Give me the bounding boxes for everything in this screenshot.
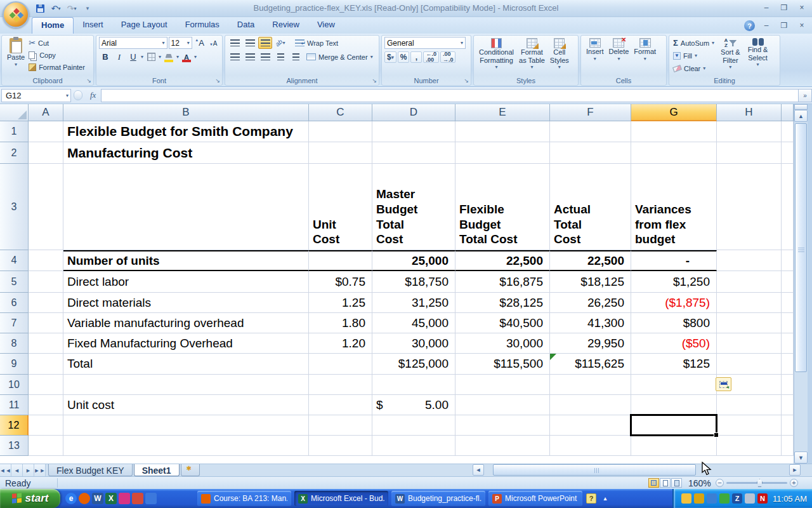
conditional-formatting-button[interactable]: Conditional Formatting▾: [476, 37, 516, 76]
cell-A13[interactable]: [29, 436, 63, 456]
cell-E2[interactable]: [455, 142, 550, 164]
cell-D7[interactable]: 45,000: [372, 313, 455, 333]
cell-C13[interactable]: [309, 436, 372, 456]
page-layout-view-button[interactable]: [660, 478, 671, 488]
clear-button[interactable]: Clear▾: [672, 62, 716, 74]
column-header-H[interactable]: H: [717, 104, 782, 121]
cell-styles-button[interactable]: Cell Styles▾: [547, 37, 572, 76]
borders-button[interactable]: [145, 51, 157, 63]
cell-C12[interactable]: [309, 415, 372, 436]
font-dialog-launcher[interactable]: ↘: [215, 77, 220, 84]
tab-page-layout[interactable]: Page Layout: [112, 17, 176, 34]
cell-E9[interactable]: $115,500: [455, 354, 550, 375]
novell-icon[interactable]: N: [757, 493, 768, 504]
restore-button[interactable]: ❒: [778, 3, 790, 13]
row-header-13[interactable]: 13: [0, 436, 29, 456]
cell-C4[interactable]: [309, 250, 372, 271]
cell-E3[interactable]: Flexible Budget Total Cost: [455, 164, 550, 250]
cell-F11[interactable]: [550, 395, 631, 415]
cell-G2[interactable]: [631, 142, 717, 164]
cell-G4[interactable]: -: [631, 250, 717, 271]
name-box[interactable]: G12▾: [1, 89, 71, 102]
zoom-in-button[interactable]: +: [790, 479, 798, 487]
insert-worksheet-tab[interactable]: [181, 464, 200, 476]
cell-A2[interactable]: [29, 142, 63, 164]
cell-C6[interactable]: 1.25: [309, 293, 372, 313]
cell-partial-4[interactable]: [782, 250, 794, 271]
cell-G8[interactable]: ($50): [631, 333, 717, 354]
row-header-10[interactable]: 10: [0, 375, 29, 395]
next-sheet-button[interactable]: ►: [23, 464, 34, 476]
merge-center-button[interactable]: Merge & Center▾: [305, 51, 374, 63]
messenger-icon[interactable]: [145, 493, 157, 504]
cell-D5[interactable]: $18,750: [372, 271, 455, 293]
column-header-F[interactable]: F: [550, 104, 631, 121]
row-header-6[interactable]: 6: [0, 293, 29, 313]
excel-icon[interactable]: X: [105, 493, 117, 504]
cell-F8[interactable]: 29,950: [550, 333, 631, 354]
cell-B5[interactable]: Direct labor: [63, 271, 309, 293]
cell-partial-10[interactable]: [782, 375, 794, 395]
cell-B6[interactable]: Direct materials: [63, 293, 309, 313]
formula-bar-splitter[interactable]: [74, 90, 82, 100]
cell-D3[interactable]: Master Budget Total Cost: [372, 164, 455, 250]
insert-cells-button[interactable]: Insert▾: [584, 37, 606, 76]
zoom-out-button[interactable]: −: [716, 479, 724, 487]
volume-icon[interactable]: [745, 493, 755, 504]
row-header-7[interactable]: 7: [0, 313, 29, 333]
internet-explorer-icon[interactable]: e: [65, 493, 77, 504]
column-header-C[interactable]: C: [309, 104, 372, 121]
bold-button[interactable]: B: [99, 51, 112, 63]
zoom-slider[interactable]: [726, 482, 787, 484]
number-dialog-launcher[interactable]: ↘: [464, 77, 469, 84]
cell-partial-7[interactable]: [782, 313, 794, 333]
cell-H5[interactable]: [717, 271, 782, 293]
cell-B1[interactable]: Flexible Budget for Smith Company: [63, 121, 309, 142]
cell-E12[interactable]: [455, 415, 550, 436]
tab-review[interactable]: Review: [263, 17, 308, 34]
cell-A7[interactable]: [29, 313, 63, 333]
font-size-combo[interactable]: 12▾: [169, 37, 192, 49]
scroll-up-button[interactable]: ▲: [794, 110, 808, 122]
cell-F13[interactable]: [550, 436, 631, 456]
cell-C3[interactable]: Unit Cost: [309, 164, 372, 250]
increase-decimal-button[interactable]: ←.0.00: [423, 51, 439, 63]
cell-B10[interactable]: [63, 375, 309, 395]
cell-partial-2[interactable]: [782, 142, 794, 164]
row-header-1[interactable]: 1: [0, 121, 29, 142]
paste-button[interactable]: Paste▾: [4, 37, 27, 73]
z-app-icon[interactable]: Z: [732, 493, 742, 504]
cell-B8[interactable]: Fixed Manufacturing Overhead: [63, 333, 309, 354]
cell-E11[interactable]: [455, 395, 550, 415]
format-cells-button[interactable]: Format▾: [631, 37, 658, 76]
format-painter-button[interactable]: Format Painter: [27, 61, 86, 73]
v-split-handle[interactable]: [794, 104, 808, 110]
copy-button[interactable]: Copy: [27, 49, 86, 61]
delete-cells-button[interactable]: Delete▾: [606, 37, 632, 76]
task-button-excel[interactable]: XMicrosoft Excel - Bud...: [294, 491, 388, 506]
row-header-2[interactable]: 2: [0, 142, 29, 164]
prev-sheet-button[interactable]: ◄: [11, 464, 23, 476]
cell-C9[interactable]: [309, 354, 372, 375]
cell-E5[interactable]: $16,875: [455, 271, 550, 293]
zoom-level[interactable]: 160%: [688, 478, 711, 488]
start-button[interactable]: start: [0, 489, 60, 508]
column-header-E[interactable]: E: [455, 104, 550, 121]
row-header-8[interactable]: 8: [0, 333, 29, 354]
cell-G11[interactable]: [631, 395, 717, 415]
cell-B12[interactable]: [63, 415, 309, 436]
shield-icon[interactable]: [694, 493, 704, 504]
column-header-partial[interactable]: [782, 104, 794, 121]
cell-H4[interactable]: [717, 250, 782, 271]
cell-G12[interactable]: [631, 415, 717, 436]
orientation-button[interactable]: ab▾: [273, 37, 287, 49]
fill-button[interactable]: ▼Fill▾: [672, 50, 716, 62]
cell-E7[interactable]: $40,500: [455, 313, 550, 333]
page-break-view-button[interactable]: [671, 478, 682, 488]
underline-button[interactable]: U: [127, 51, 140, 63]
cut-button[interactable]: ✂Cut: [27, 37, 86, 49]
task-button-firefox[interactable]: Course: BA 213: Man...: [197, 491, 291, 506]
cell-F9[interactable]: $115,625: [550, 354, 631, 375]
workbook-minimize-button[interactable]: –: [760, 20, 773, 30]
italic-button[interactable]: I: [113, 51, 126, 63]
